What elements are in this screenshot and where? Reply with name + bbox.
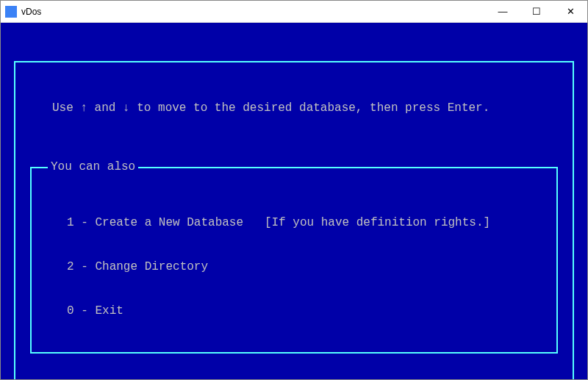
terminal-screen[interactable]: Use ↑ and ↓ to move to the desired datab… xyxy=(1,23,587,379)
menu-label-2: Change Directory xyxy=(95,260,208,273)
menu-item-2[interactable]: 2 - Change Directory xyxy=(32,259,556,274)
menu-key-0: 0 xyxy=(67,304,74,318)
instruction-text: Use ↑ and ↓ to move to the desired datab… xyxy=(15,98,573,118)
menu-note-1: [If you have definition rights.] xyxy=(265,216,490,229)
menu-label-0: Exit xyxy=(95,304,123,318)
submenu-box: You can also 1 - Create a New Database [… xyxy=(30,167,558,354)
window-title: vDos xyxy=(21,7,41,17)
maximize-button[interactable]: ☐ xyxy=(520,1,553,23)
menu-label-1: Create a New Database xyxy=(95,216,243,229)
titlebar[interactable]: vDos — ☐ ✕ xyxy=(1,1,587,23)
submenu-legend: You can also xyxy=(48,159,138,174)
menu-key-2: 2 xyxy=(67,260,74,273)
app-icon xyxy=(5,6,17,18)
menu-key-1: 1 xyxy=(67,216,74,229)
menu-item-0[interactable]: 0 - Exit xyxy=(32,304,556,318)
close-button[interactable]: ✕ xyxy=(553,1,587,23)
menu-item-1[interactable]: 1 - Create a New Database [If you have d… xyxy=(32,215,556,230)
outer-box: Use ↑ and ↓ to move to the desired datab… xyxy=(14,61,574,379)
app-window: vDos — ☐ ✕ Use ↑ and ↓ to move to the de… xyxy=(0,0,588,380)
minimize-button[interactable]: — xyxy=(486,1,520,23)
